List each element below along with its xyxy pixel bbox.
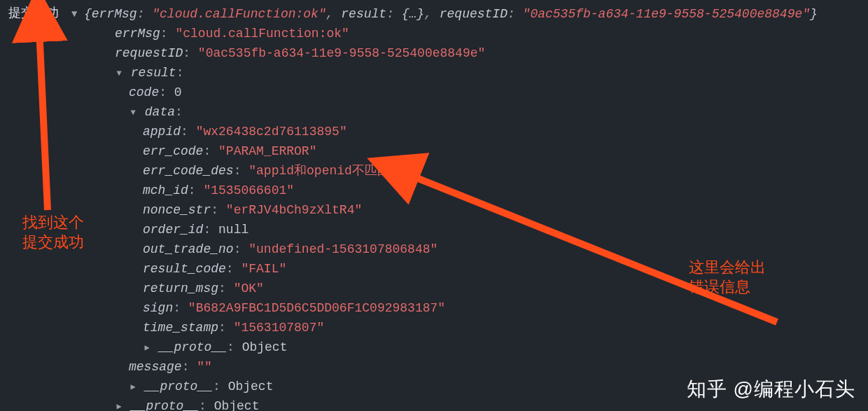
chevron-down-icon[interactable]: ▼ — [129, 103, 137, 123]
row-proto-2[interactable]: ▶ __proto__: Object — [8, 337, 868, 357]
row-message[interactable]: message: "" — [8, 357, 868, 377]
row-data[interactable]: ▼ data: — [8, 102, 868, 122]
chevron-right-icon[interactable]: ▶ — [129, 377, 137, 397]
row-mch-id[interactable]: mch_id: "1535066601" — [8, 181, 868, 200]
chevron-right-icon[interactable]: ▶ — [143, 338, 151, 358]
row-requestid[interactable]: requestID: "0ac535fb-a634-11e9-9558-5254… — [8, 43, 868, 63]
row-err-code-des[interactable]: err_code_des: "appid和openid不匹配" — [8, 161, 868, 181]
chevron-right-icon[interactable]: ▶ — [115, 397, 123, 411]
log-summary[interactable]: {errMsg: "cloud.callFunction:ok", result… — [84, 4, 818, 24]
expand-icon[interactable]: ▼ — [71, 8, 77, 20]
row-order-id[interactable]: order_id: null — [8, 220, 868, 239]
row-err-code[interactable]: err_code: "PARAM_ERROR" — [8, 141, 868, 161]
watermark: 知乎 @编程小石头 — [687, 376, 855, 403]
devtools-console: 提交成功 ▼ {errMsg: "cloud.callFunction:ok",… — [0, 0, 868, 411]
row-errmsg[interactable]: errMsg: "cloud.callFunction:ok" — [8, 24, 868, 43]
row-out-trade-no[interactable]: out_trade_no: "undefined-1563107806848" — [8, 239, 868, 259]
row-sign[interactable]: sign: "B682A9FBC1D5D6C5DD06F1C092983187" — [8, 298, 868, 318]
annotation-right: 这里会给出 错误信息 — [689, 258, 766, 297]
annotation-left: 找到这个 提交成功 — [22, 213, 84, 252]
row-nonce-str[interactable]: nonce_str: "erRJV4bCh9zXltR4" — [8, 200, 868, 220]
chevron-down-icon[interactable]: ▼ — [115, 64, 123, 83]
row-appid[interactable]: appid: "wx26438c2d76113895" — [8, 122, 868, 141]
row-result[interactable]: ▼ result: — [8, 63, 868, 83]
row-code[interactable]: code: 0 — [8, 83, 868, 102]
log-prefix: 提交成功 — [8, 4, 59, 21]
row-time-stamp[interactable]: time_stamp: "1563107807" — [8, 318, 868, 337]
